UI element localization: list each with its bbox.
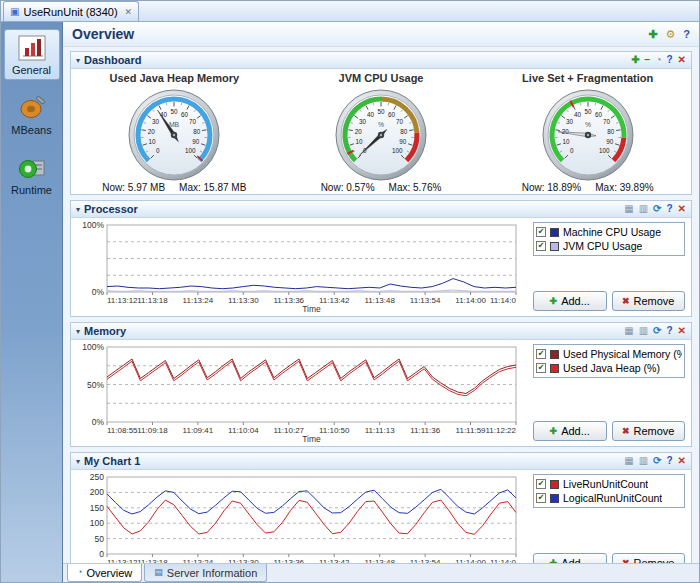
svg-text:80: 80 [194,128,202,135]
help-icon[interactable]: ? [683,29,690,40]
svg-text:30: 30 [359,118,367,125]
svg-text:20: 20 [148,128,156,135]
svg-text:11:11:36: 11:11:36 [410,426,441,435]
processor-legend: ✔Machine CPU Usage✔JVM CPU Usage [533,222,685,256]
svg-text:50: 50 [377,108,385,115]
remove-attribute-button[interactable]: ✖ Remove [612,291,686,311]
dashboard-section-header[interactable]: ▾ Dashboard ✚ − ◔ ? ✕ [71,52,691,69]
memory-chart: 100%50%0%11:08:5511:09:1811:09:4111:10:0… [71,343,526,444]
legend-label: Machine CPU Usage [563,226,661,238]
accessibility-icon[interactable]: ▥ [639,326,648,336]
memory-section-header[interactable]: ▾ Memory ▦ ▥ ⟳ ? ✕ [71,323,691,340]
add-attribute-button[interactable]: ✚ Add... [533,421,607,441]
processor-section-title: Processor [84,203,138,215]
add-chart-icon[interactable]: ✚ [648,29,657,40]
legend-item: ✔JVM CPU Usage [536,240,682,252]
remove-button-label: Remove [634,295,675,307]
svg-text:60: 60 [181,111,189,118]
mychart-section-header[interactable]: ▾ My Chart 1 ▦ ▥ ⟳ ? ✕ [71,453,691,470]
help-icon[interactable]: ? [667,326,673,336]
remove-attribute-button[interactable]: ✖ Remove [612,421,686,441]
legend-checkbox[interactable]: ✔ [536,241,546,251]
remove-attribute-button[interactable]: ✖ Remove [612,553,686,563]
collapse-icon[interactable]: ▾ [76,457,80,466]
refresh-icon[interactable]: ⟳ [653,326,661,336]
collapse-icon[interactable]: ▾ [76,327,80,336]
gauge-max-value: Max: 5.76% [389,182,442,193]
legend-checkbox[interactable]: ✔ [536,227,546,237]
sidebar-item-label: General [12,64,51,76]
gauge-max-value: Max: 39.89% [595,182,653,193]
sidebar-item-runtime[interactable]: Runtime [4,149,60,200]
legend-checkbox[interactable]: ✔ [536,493,546,503]
add-attribute-button[interactable]: ✚ Add... [533,553,607,563]
legend-label: Used Java Heap (%) [563,362,660,374]
memory-legend-panel: ✔Used Physical Memory (%)✔Used Java Heap… [533,343,685,444]
close-section-icon[interactable]: ✕ [678,456,686,466]
svg-text:40: 40 [574,111,582,118]
legend-label: LiveRunUnitCount [563,478,648,490]
svg-text:90: 90 [193,138,201,145]
dashboard-section-title: Dashboard [84,54,141,66]
table-settings-icon[interactable]: ▦ [624,326,633,336]
svg-text:250: 250 [90,473,104,482]
svg-text:11:09:41: 11:09:41 [183,426,214,435]
legend-item: ✔Used Physical Memory (%) [536,348,682,360]
svg-text:11:13:42: 11:13:42 [319,558,350,563]
series-color-swatch [550,242,559,251]
tab-server-information[interactable]: ▤ Server Information [144,564,267,582]
jmc-window: ▣ UseRunUnit (8340) ✕ General [0,0,700,583]
help-icon[interactable]: ? [667,204,673,214]
svg-text:10: 10 [562,138,570,145]
page-tab-bar: ◔ Overview ▤ Server Information [63,563,699,582]
tab-label: Overview [86,567,132,579]
liveset-gauge-dial: 0102030405060708090100% [513,85,663,181]
sidebar-item-general[interactable]: General [4,29,60,80]
tab-close-icon[interactable]: ✕ [125,7,133,17]
gauge-now-value: Now: 18.89% [522,182,581,193]
table-settings-icon[interactable]: ▦ [624,204,633,214]
svg-text:100: 100 [392,147,403,154]
legend-checkbox[interactable]: ✔ [536,363,546,373]
processor-section-header[interactable]: ▾ Processor ▦ ▥ ⟳ ? ✕ [71,201,691,218]
heap-gauge-dial: 0102030405060708090100MB [99,85,249,181]
series-color-swatch [550,228,559,237]
help-icon[interactable]: ? [667,55,673,65]
svg-text:10: 10 [149,138,157,145]
svg-text:11:13:48: 11:13:48 [364,558,395,563]
legend-checkbox[interactable]: ✔ [536,349,546,359]
dial-icon[interactable]: ◔ [655,55,661,65]
sidebar-item-label: MBeans [11,124,51,136]
sidebar: General MBeans Runtime [1,22,63,582]
legend-checkbox[interactable]: ✔ [536,479,546,489]
sidebar-item-mbeans[interactable]: MBeans [4,89,60,140]
accessibility-icon[interactable]: ▥ [639,456,648,466]
tab-overview[interactable]: ◔ Overview [67,564,142,582]
add-attribute-button[interactable]: ✚ Add... [533,291,607,311]
svg-text:80: 80 [400,128,408,135]
cpu-gauge: JVM CPU Usage 0102030405060708090100% No… [278,71,485,193]
help-icon[interactable]: ? [667,456,673,466]
add-dial-icon[interactable]: ✚ [631,55,639,65]
svg-text:50: 50 [584,108,592,115]
svg-text:11:13:24: 11:13:24 [183,296,214,305]
mychart-chart: 25020015010050011:13:1211:13:1811:13:241… [71,473,526,563]
collapse-icon[interactable]: ▾ [76,56,80,65]
overview-form: ▾ Dashboard ✚ − ◔ ? ✕ Used Java Heap Mem… [63,47,699,563]
accessibility-icon[interactable]: ▥ [639,204,648,214]
processor-chart: 100%0%11:13:1211:13:1811:13:2411:13:3011… [71,221,526,314]
close-section-icon[interactable]: ✕ [678,55,686,65]
refresh-icon[interactable]: ⟳ [653,456,661,466]
collapse-icon[interactable]: ▾ [76,205,80,214]
close-section-icon[interactable]: ✕ [678,326,686,336]
editor-tab-userununit[interactable]: ▣ UseRunUnit (8340) ✕ [3,1,139,21]
close-section-icon[interactable]: ✕ [678,204,686,214]
processor-legend-panel: ✔Machine CPU Usage✔JVM CPU Usage ✚ Add..… [533,221,685,314]
svg-text:10: 10 [356,138,364,145]
svg-text:50: 50 [95,534,105,544]
settings-icon[interactable]: ⚙ [665,29,675,40]
table-settings-icon[interactable]: ▦ [624,456,633,466]
refresh-icon[interactable]: ⟳ [653,204,661,214]
remove-dial-icon[interactable]: − [645,55,651,65]
svg-text:90: 90 [606,138,614,145]
